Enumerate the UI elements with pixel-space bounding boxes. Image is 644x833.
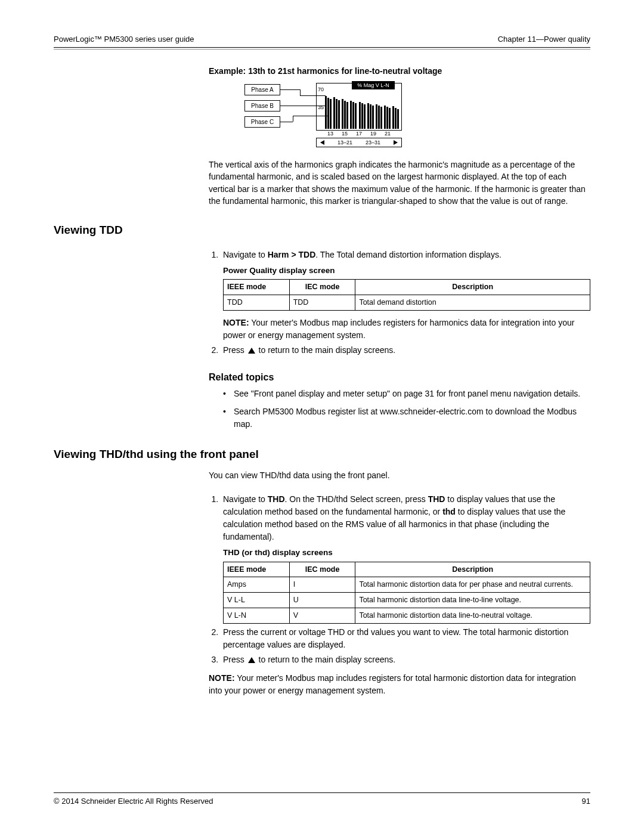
connector-line xyxy=(280,89,300,90)
thd-step-2: Press the current or voltage THD or thd … xyxy=(221,626,590,651)
cell: TDD xyxy=(224,295,290,311)
tdd-step-1: Navigate to Harm > TDD. The Total demand… xyxy=(221,249,590,342)
nav-path: THD xyxy=(268,494,285,504)
btn-label: thd xyxy=(442,507,456,516)
range-left: 13–21 xyxy=(338,140,352,145)
chart-box xyxy=(316,83,402,131)
thd-table: IEEE mode IEC mode Description Amps I To… xyxy=(223,562,590,624)
cell: Total harmonic distortion data line-to-l… xyxy=(355,593,590,608)
nav-left-icon xyxy=(320,140,324,145)
note-text: Your meter's Modbus map includes registe… xyxy=(209,673,576,695)
text: . On the THD/thd Select screen, press xyxy=(285,494,428,504)
text: to return to the main display screens. xyxy=(256,345,395,355)
up-arrow-icon xyxy=(248,657,255,663)
text: Press xyxy=(223,655,247,664)
related-topics-list: See "Front panel display and meter setup… xyxy=(54,388,590,431)
th-ieee: IEEE mode xyxy=(224,280,290,295)
text: Navigate to xyxy=(223,250,268,259)
thd-step-3: Press to return to the main display scre… xyxy=(221,654,590,666)
connector-line xyxy=(280,106,296,106)
text: to return to the main display screens. xyxy=(256,655,395,664)
note-text: Your meter's Modbus map includes registe… xyxy=(223,318,574,340)
harmonics-explainer: The vertical axis of the harmonics graph… xyxy=(209,159,590,207)
x-tick-row: 13 15 17 19 21 xyxy=(316,131,402,137)
table-row: V L-L U Total harmonic distortion data l… xyxy=(224,593,590,608)
note-label: NOTE: xyxy=(223,318,249,327)
doc-title: PowerLogic™ PM5300 series user guide xyxy=(54,35,194,44)
connector-line xyxy=(293,116,293,122)
chart-bars xyxy=(325,92,399,129)
cell: V L-N xyxy=(224,608,290,623)
x-tick: 17 xyxy=(356,131,362,137)
connector-line xyxy=(280,122,293,122)
th-desc: Description xyxy=(355,562,590,577)
page-footer: © 2014 Schneider Electric All Rights Res… xyxy=(54,792,590,806)
range-nav: 13–21 23–31 xyxy=(316,138,402,147)
x-tick: 13 xyxy=(327,131,333,137)
section-viewing-thd: Viewing THD/thd using the front panel xyxy=(54,448,590,461)
table-row: IEEE mode IEC mode Description xyxy=(224,562,590,577)
tdd-table: IEEE mode IEC mode Description TDD TDD T… xyxy=(223,279,590,311)
phase-a-box: Phase A xyxy=(244,84,280,95)
cell: V xyxy=(289,608,355,623)
nav-right-icon xyxy=(394,140,398,145)
cell: Total harmonic distortion data line-to-n… xyxy=(355,608,590,623)
table-row: TDD TDD Total demand distortion xyxy=(224,295,590,311)
th-desc: Description xyxy=(355,280,590,295)
note-label: NOTE: xyxy=(209,673,235,683)
chapter-label: Chapter 11—Power quality xyxy=(498,35,590,44)
copyright: © 2014 Schneider Electric All Rights Res… xyxy=(54,797,213,806)
th-iec: IEC mode xyxy=(289,280,355,295)
btn-label: THD xyxy=(428,494,445,504)
page-number: 91 xyxy=(582,797,590,806)
cell: Total harmonic distortion data for per p… xyxy=(355,577,590,593)
range-right: 23–31 xyxy=(366,140,380,145)
table-row: IEEE mode IEC mode Description xyxy=(224,280,590,295)
tdd-step-2: Press to return to the main display scre… xyxy=(221,344,590,357)
cell: TDD xyxy=(289,295,355,311)
th-iec: IEC mode xyxy=(289,562,355,577)
x-tick: 19 xyxy=(370,131,376,137)
cell: U xyxy=(289,593,355,608)
cell: V L-L xyxy=(224,593,290,608)
list-item: See "Front panel display and meter setup… xyxy=(221,388,590,401)
table-row: V L-N V Total harmonic distortion data l… xyxy=(224,608,590,623)
phase-c-box: Phase C xyxy=(244,116,280,128)
tdd-steps: Navigate to Harm > TDD. The Total demand… xyxy=(54,249,590,357)
tdd-table-caption: Power Quality display screen xyxy=(223,265,590,277)
related-topics-heading: Related topics xyxy=(209,372,590,383)
thd-intro: You can view THD/thd data using the fron… xyxy=(209,469,590,481)
thd-step-1: Navigate to THD. On the THD/thd Select s… xyxy=(221,493,590,623)
text: . The Total demand distortion informatio… xyxy=(315,250,501,259)
cell: Amps xyxy=(224,577,290,593)
figure-caption: Example: 13th to 21st harmonics for line… xyxy=(209,66,590,76)
text: Press xyxy=(223,345,247,355)
tdd-note: NOTE: Your meter's Modbus map includes r… xyxy=(223,317,590,342)
phase-b-box: Phase B xyxy=(244,100,280,112)
th-ieee: IEEE mode xyxy=(224,562,290,577)
connector-line xyxy=(300,89,301,95)
page-header: PowerLogic™ PM5300 series user guide Cha… xyxy=(54,35,590,48)
cell: Total demand distortion xyxy=(355,295,590,311)
table-row: Amps I Total harmonic distortion data fo… xyxy=(224,577,590,593)
list-item: Search PM5300 Modbus register list at ww… xyxy=(221,405,590,431)
page: PowerLogic™ PM5300 series user guide Cha… xyxy=(0,0,644,833)
thd-steps: Navigate to THD. On the THD/thd Select s… xyxy=(54,493,590,665)
up-arrow-icon xyxy=(248,348,255,354)
x-tick: 21 xyxy=(385,131,391,137)
nav-path: Harm > TDD xyxy=(268,250,316,259)
section-viewing-tdd: Viewing TDD xyxy=(54,224,590,237)
cell: I xyxy=(289,577,355,593)
harmonics-figure: Phase A Phase B Phase C % Mag V L-N 70 3… xyxy=(244,83,411,145)
text: Navigate to xyxy=(223,494,268,504)
thd-table-caption: THD (or thd) display screens xyxy=(223,547,590,559)
thd-note: NOTE: Your meter's Modbus map includes r… xyxy=(209,672,590,697)
x-tick: 15 xyxy=(342,131,348,137)
